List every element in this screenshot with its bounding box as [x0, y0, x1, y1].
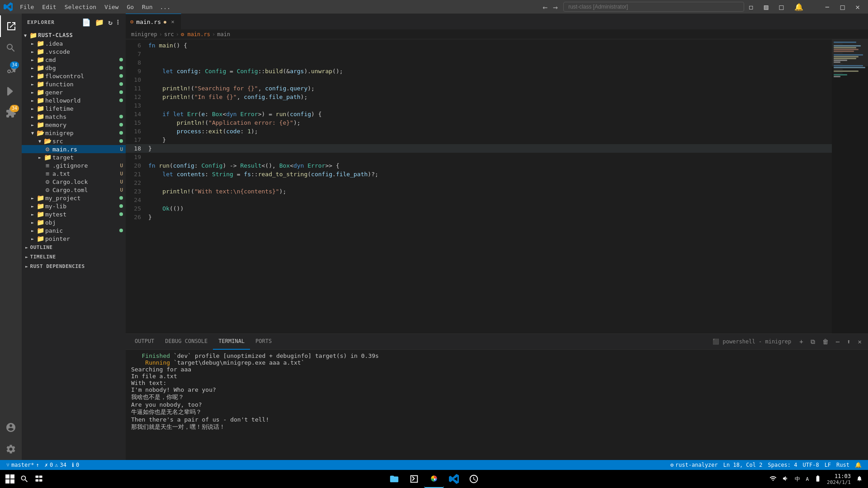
tray-volume-icon[interactable] [780, 474, 791, 484]
tree-item-mylib[interactable]: ► 📁 my-lib [22, 202, 126, 210]
info-status[interactable]: ℹ 0 [69, 460, 82, 470]
run-debug-icon[interactable] [0, 80, 22, 102]
menu-view[interactable]: View [101, 3, 122, 11]
tab-ports[interactable]: PORTS [250, 334, 277, 350]
outline-section[interactable]: ► OUTLINE [22, 243, 126, 252]
tree-item-src[interactable]: ▼ 📂 src [22, 137, 126, 145]
language-status[interactable]: Rust [834, 460, 852, 470]
search-taskbar-button[interactable] [17, 473, 32, 485]
tree-item-helloworld[interactable]: ► 📁 helloworld [22, 96, 126, 104]
tree-item-obj[interactable]: ► 📁 obj [22, 218, 126, 226]
taskbar-datetime[interactable]: 11:03 2024/1/1 [825, 473, 853, 485]
accounts-icon[interactable] [0, 417, 22, 438]
tree-item-dbg[interactable]: ► 📁 dbg [22, 64, 126, 72]
taskbar-vscode[interactable] [444, 470, 464, 488]
tree-item-cmd[interactable]: ► 📁 cmd [22, 56, 126, 64]
tab-output[interactable]: OUTPUT [129, 334, 160, 350]
menu-edit[interactable]: Edit [38, 3, 60, 11]
tree-item-panic[interactable]: ► 📁 panic [22, 226, 126, 235]
tree-item-flowcontrol[interactable]: ► 📁 flowcontrol [22, 72, 126, 80]
tray-keyboard-icon[interactable]: A [804, 475, 811, 483]
taskbar-explorer[interactable] [384, 470, 404, 488]
taskbar-terminal[interactable] [404, 470, 424, 488]
layout-toggle-button[interactable]: ◻ [744, 2, 758, 12]
tree-item-memory[interactable]: ► 📁 memory [22, 121, 126, 129]
tray-network-icon[interactable] [768, 474, 778, 484]
breadcrumb-minigrep[interactable]: minigrep [131, 31, 157, 38]
tree-item-atxt[interactable]: ≡ a.txt U [22, 169, 126, 178]
minimize-button[interactable]: − [821, 2, 834, 12]
split-terminal-button[interactable]: ⧉ [808, 337, 818, 347]
analyzer-status[interactable]: ⚙ rust-analyzer [668, 460, 721, 470]
tree-item-cargolock[interactable]: ⚙ Cargo.lock U [22, 178, 126, 186]
breadcrumb-mainrs[interactable]: ⚙ main.rs [181, 31, 210, 38]
tree-item-idea[interactable]: ► 📁 .idea [22, 39, 126, 47]
tree-root[interactable]: ▼ 📁 RUST-CLASS [22, 31, 126, 39]
menu-go[interactable]: Go [123, 3, 137, 11]
tree-item-gitignore[interactable]: ≡ .gitignore U [22, 161, 126, 169]
nav-back-button[interactable]: ← [541, 2, 549, 12]
task-view-button[interactable] [32, 473, 46, 485]
menu-run[interactable]: Run [138, 3, 156, 11]
source-control-icon[interactable]: 34 [0, 59, 22, 80]
explorer-icon[interactable] [0, 15, 22, 37]
tab-terminal[interactable]: TERMINAL [213, 334, 250, 350]
search-icon[interactable] [0, 37, 22, 59]
indent-status[interactable]: Spaces: 4 [765, 460, 800, 470]
close-panel-button[interactable]: ✕ [855, 337, 864, 346]
refresh-button[interactable]: ↻ [107, 17, 114, 28]
tree-item-target[interactable]: ► 📁 target [22, 153, 126, 161]
tree-item-mytest[interactable]: ► 📁 mytest [22, 210, 126, 218]
extensions-icon[interactable]: 34 [0, 102, 22, 124]
nav-forward-button[interactable]: → [551, 2, 560, 12]
new-folder-button[interactable]: 📁 [94, 17, 105, 28]
kill-terminal-button[interactable]: 🗑 [820, 337, 831, 346]
rust-deps-section[interactable]: ► RUST DEPENDENCIES [22, 262, 126, 271]
breadcrumb-main-fn[interactable]: main [217, 31, 230, 38]
more-panel-actions[interactable]: ⋯ [833, 337, 842, 346]
taskbar-clock[interactable] [464, 470, 484, 488]
search-input[interactable] [563, 2, 744, 12]
tab-mainrs[interactable]: ⚙ main.rs ● ✕ [126, 14, 181, 29]
menu-file[interactable]: File [16, 3, 38, 11]
breadcrumb-src[interactable]: src [164, 31, 174, 38]
tree-item-myproject[interactable]: ► 📁 my_project [22, 194, 126, 202]
tab-close-button[interactable]: ✕ [169, 18, 176, 25]
tree-item-gener[interactable]: ► 📁 gener [22, 88, 126, 96]
windows-start-button[interactable] [3, 473, 17, 485]
tree-item-cargotoml[interactable]: ⚙ Cargo.toml U [22, 186, 126, 194]
notification-button[interactable]: 🔔 [790, 2, 808, 12]
tree-item-function[interactable]: ► 📁 function [22, 80, 126, 88]
tree-item-matchs[interactable]: ► 📁 matchs [22, 113, 126, 121]
settings-icon[interactable] [0, 438, 22, 460]
maximize-panel-button[interactable]: ⬆ [844, 337, 853, 346]
branch-status[interactable]: ⑂ master* ↑ [4, 460, 42, 470]
collapse-all-button[interactable]: ⁝ [116, 17, 120, 28]
customize-layout-button[interactable]: □ [774, 2, 788, 12]
terminal-output[interactable]: Finished `dev` profile [unoptimized + de… [126, 350, 868, 460]
tab-debug-console[interactable]: DEBUG CONSOLE [160, 334, 213, 350]
tree-item-vscode[interactable]: ► 📁 .vscode [22, 47, 126, 56]
code-editor[interactable]: 6 fn main() { 7 8 9 let config: Config = [126, 39, 832, 333]
add-terminal-button[interactable]: + [797, 337, 806, 346]
notification-bell[interactable]: 🔔 [852, 460, 864, 470]
new-file-button[interactable]: 📄 [81, 17, 92, 28]
tree-item-lifetime[interactable]: ► 📁 lifetime [22, 104, 126, 113]
tree-item-pointer[interactable]: ► 📁 pointer [22, 235, 126, 243]
tray-battery-icon[interactable] [812, 474, 823, 484]
cursor-position[interactable]: Ln 18, Col 2 [721, 460, 765, 470]
tree-item-mainrs[interactable]: ⚙ main.rs U [22, 145, 126, 153]
timeline-section[interactable]: ► TIMELINE [22, 252, 126, 262]
line-ending-status[interactable]: LF [822, 460, 834, 470]
tree-item-minigrep[interactable]: ▼ 📂 minigrep [22, 129, 126, 137]
tray-ime-icon[interactable]: 中 [793, 474, 802, 484]
maximize-button[interactable]: □ [836, 2, 849, 12]
taskbar-chrome[interactable] [424, 470, 444, 488]
errors-status[interactable]: ✗ 0 ⚠ 34 [42, 460, 69, 470]
notifications-icon[interactable] [854, 474, 864, 484]
encoding-status[interactable]: UTF-8 [800, 460, 822, 470]
split-editor-button[interactable]: ▨ [760, 2, 773, 12]
menu-selection[interactable]: Selection [61, 3, 100, 11]
menu-more[interactable]: ... [157, 3, 173, 11]
close-button[interactable]: ✕ [851, 2, 864, 12]
